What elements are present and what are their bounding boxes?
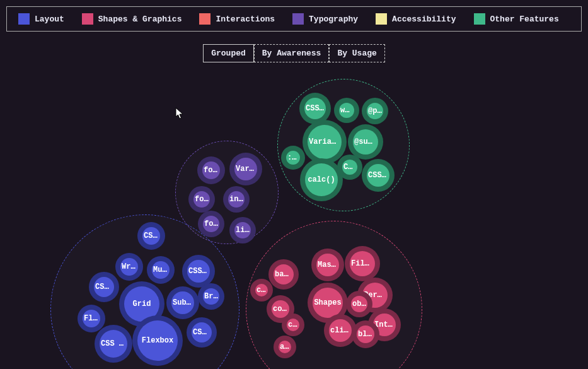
bubble-label: Variables (308, 138, 342, 146)
legend-item[interactable]: Other Features (474, 13, 559, 25)
bubble[interactable]: Filters & E… (345, 246, 380, 281)
legend-swatch (292, 13, 304, 25)
bubble[interactable]: blend-mode (352, 320, 379, 348)
bubble-label: Grid (132, 300, 153, 308)
legend-item[interactable]: Shapes & Graphics (82, 13, 182, 25)
bubble-label: Filters & E… (350, 259, 375, 268)
bubble-label: CSS Compari… (367, 171, 389, 180)
bubble[interactable]: ::marker (281, 146, 305, 170)
bubble[interactable]: backdrop-fi… (268, 259, 299, 290)
bubble[interactable]: CSS Compari… (362, 159, 395, 192)
bubble-label: will-ch… (339, 106, 354, 115)
bubble-label: Masking (316, 261, 339, 269)
bubble-label: ::marker (286, 153, 300, 162)
legend-swatch (474, 13, 485, 25)
bubble[interactable]: Multi-Co… (147, 256, 175, 284)
view-tabs: GroupedBy AwarenessBy Usage (0, 44, 588, 62)
bubble-label: accent-color (279, 343, 291, 351)
legend-label: Accessibility (392, 15, 456, 24)
bubble-label: Multi-Co… (152, 266, 170, 274)
bubble[interactable]: Flexbox Gap (78, 305, 105, 332)
bubble-label: CSS positio… (100, 339, 127, 348)
bubble-label: clip-path (329, 326, 352, 335)
tab-grouped[interactable]: Grouped (203, 44, 254, 62)
bubble[interactable]: Variable Fo… (229, 153, 262, 185)
bubble[interactable]: line-clamp (229, 217, 256, 243)
bubble[interactable]: accent-color (274, 336, 296, 358)
bubble[interactable]: @supports (348, 124, 383, 160)
bubble-label: blend-mode (357, 330, 374, 339)
bubble-label: font-vari… (193, 195, 210, 204)
legend-bar: LayoutShapes & GraphicsInteractionsTypog… (6, 6, 582, 32)
legend-label: Interactions (216, 15, 275, 24)
legend-swatch (376, 13, 387, 25)
bubble-chart: CSS Houdiniwill-ch…@propertyVariables@su… (0, 69, 588, 369)
bubble-label: object-fit (351, 300, 367, 308)
bubble-label: color() (255, 286, 268, 295)
bubble[interactable]: Writing Mod… (115, 253, 143, 281)
bubble-label: Contain (342, 163, 357, 172)
bubble-label: font-dis… (202, 166, 220, 175)
bubble[interactable]: object-fit (346, 291, 372, 317)
bubble-label: color-gamut (287, 320, 299, 329)
legend-swatch (18, 13, 30, 25)
bubble-label: Flexbox Gap (83, 314, 100, 323)
bubble-label: CSS content… (94, 283, 114, 291)
bubble[interactable]: will-ch… (334, 98, 359, 123)
bubble-label: backdrop-fi… (274, 270, 294, 279)
bubble-label: Variable Fo… (234, 165, 257, 173)
bubble[interactable]: Subgrid (166, 286, 199, 319)
legend-label: Other Features (490, 15, 559, 24)
bubble-label: conic-gradi… (272, 305, 289, 313)
bubble-label: CSS Houdini (304, 104, 326, 113)
bubble[interactable]: Variables (303, 120, 347, 164)
bubble[interactable]: CSS propert… (137, 222, 165, 250)
bubble-label: Break Rules (203, 292, 219, 301)
bubble-label: Writing Mod… (120, 262, 138, 271)
bubble[interactable]: Break Rules (198, 283, 224, 310)
bubble[interactable]: font-vari… (188, 186, 215, 213)
bubble[interactable]: font-dis… (197, 156, 225, 184)
legend-swatch (199, 13, 210, 25)
bubble[interactable]: color-gamut (282, 313, 304, 336)
bubble[interactable]: Contain (337, 155, 362, 180)
tab-by-awareness[interactable]: By Awareness (254, 44, 330, 62)
bubble-label: @supports (353, 138, 378, 146)
bubble-label: calc() (306, 175, 336, 184)
legend-label: Shapes & Graphics (98, 15, 182, 24)
bubble[interactable]: CSS propert… (187, 317, 217, 348)
bubble-label: initial-let… (228, 195, 245, 204)
bubble-label: CSS propert… (142, 231, 160, 240)
bubble-label: CSS propert… (192, 328, 212, 337)
bubble-label: font-varian… (203, 220, 219, 228)
bubble[interactable]: @property (362, 98, 388, 124)
bubble[interactable]: CSS positio… (95, 325, 132, 363)
bubble[interactable]: CSS content… (89, 272, 119, 302)
bubble-label: Subgrid (171, 298, 194, 307)
bubble[interactable]: initial-let… (223, 186, 250, 213)
bubble[interactable]: Flexbox (132, 315, 183, 366)
bubble-label: CSS Logical… (187, 267, 210, 276)
bubble-label: line-clamp (234, 226, 251, 235)
legend-item[interactable]: Interactions (199, 13, 275, 25)
legend-item[interactable]: Typography (292, 13, 358, 25)
legend-label: Layout (35, 15, 64, 24)
bubble[interactable]: calc() (300, 158, 343, 201)
legend-swatch (82, 13, 93, 25)
tab-by-usage[interactable]: By Usage (329, 44, 384, 62)
bubble[interactable]: Masking (311, 249, 344, 281)
bubble[interactable]: color() (250, 279, 273, 302)
bubble-label: Shapes (313, 298, 342, 307)
legend-item[interactable]: Accessibility (376, 13, 456, 25)
bubble-label: Flexbox (141, 336, 175, 345)
bubble-label: @property (367, 107, 383, 115)
legend-item[interactable]: Layout (18, 13, 64, 25)
legend-label: Typography (309, 15, 358, 24)
